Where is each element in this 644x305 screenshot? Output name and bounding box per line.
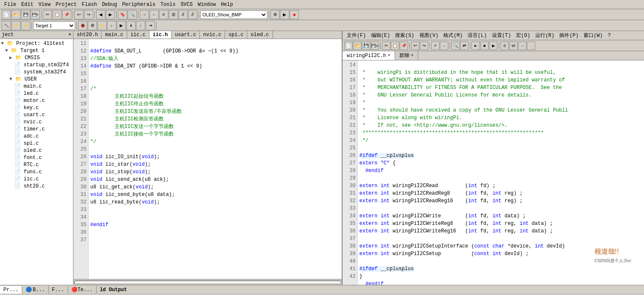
copy-btn[interactable]: 📋: [52, 10, 62, 19]
tab-spic[interactable]: spi.c: [225, 31, 247, 39]
tree-item-user[interactable]: ▼ 📁 USER: [0, 76, 73, 83]
save-all-btn[interactable]: 💾+: [31, 10, 40, 19]
redo-btn[interactable]: ↪: [84, 10, 93, 19]
stop-btn[interactable]: ■: [290, 10, 299, 19]
right-tab-chat[interactable]: 群聊 ×: [395, 51, 418, 60]
tree-item-project[interactable]: ▼ 📁 Project: 411test: [0, 40, 73, 47]
rmenu-help[interactable]: ?: [605, 32, 613, 39]
menu-file[interactable]: File: [2, 1, 19, 8]
open-btn[interactable]: 📂: [11, 10, 21, 19]
t2-step-btn[interactable]: ↡: [126, 21, 136, 30]
tab-usartc[interactable]: usart.c: [172, 31, 200, 39]
tree-item-usartc[interactable]: 📄 usart.c: [0, 111, 73, 118]
right-tab-chat-close[interactable]: ×: [411, 53, 414, 58]
tree-item-startup[interactable]: 📄 startup_stm32f4: [0, 61, 73, 68]
left-scrollbar[interactable]: [73, 279, 342, 285]
rt-macro2[interactable]: ■: [480, 42, 489, 50]
menu-help[interactable]: Help: [218, 1, 236, 8]
tree-item-adcc[interactable]: 📄 adc.c: [0, 133, 73, 140]
rmenu-file[interactable]: 文件(F): [344, 31, 369, 40]
rt-cut[interactable]: ✂: [382, 42, 390, 50]
tab-iich[interactable]: iic.h: [149, 31, 172, 39]
forward-btn[interactable]: ▶: [106, 10, 115, 19]
rt-indent[interactable]: →: [518, 42, 526, 50]
file-dropdown[interactable]: OLED_Show_BMP: [200, 10, 267, 19]
menu-edit[interactable]: Edit: [19, 1, 36, 8]
rt-copy[interactable]: 📋: [391, 42, 399, 50]
tree-item-ledc[interactable]: 📄 led.c: [0, 90, 73, 97]
menu-view[interactable]: View: [36, 1, 53, 8]
rt-undo[interactable]: ↩: [411, 42, 419, 50]
rt-macro3[interactable]: ▶: [489, 42, 497, 50]
indent-btn[interactable]: →: [140, 10, 149, 19]
tree-item-sht20c[interactable]: 📄 sht20.c: [0, 182, 73, 190]
rmenu-window[interactable]: 窗口(W): [581, 31, 605, 40]
save-btn[interactable]: 💾: [21, 10, 30, 19]
right-tab-wiringpi[interactable]: wiringPiI2C.h ×: [343, 51, 395, 60]
tree-item-target[interactable]: ▼ 📁 Target 1: [0, 47, 73, 54]
tree-item-funsc[interactable]: 📄 funs.c: [0, 168, 73, 175]
rt-paste[interactable]: 📌: [400, 42, 408, 50]
rmenu-run[interactable]: 运行(R): [533, 31, 557, 40]
tree-item-system[interactable]: 📄 system_stm32f4: [0, 68, 73, 76]
outdent-btn[interactable]: ←: [149, 10, 159, 19]
tree-item-iicc[interactable]: 📄 iic.c: [0, 175, 73, 182]
align-btn[interactable]: ≡: [159, 10, 168, 19]
t2-btn1[interactable]: 🔨: [2, 21, 11, 30]
right-code-content[interactable]: * wiringPi is distributed in the hope th…: [358, 60, 644, 285]
rt-btn1[interactable]: 📄: [344, 42, 353, 50]
t2-opt-btn[interactable]: ⚙: [88, 21, 97, 30]
rt-whitespace[interactable]: ·: [527, 42, 535, 50]
uncomment-btn[interactable]: //: [188, 10, 197, 19]
menu-debug[interactable]: Debug: [99, 1, 120, 8]
rmenu-edit[interactable]: 编辑(E): [369, 31, 393, 40]
tree-item-spic[interactable]: 📄 spi.c: [0, 140, 73, 147]
rt-replace[interactable]: ⇄: [460, 42, 469, 50]
menu-peripherals[interactable]: Peripherals: [120, 1, 158, 8]
menu-flash[interactable]: Flash: [79, 1, 99, 8]
new-btn[interactable]: 📄: [2, 10, 11, 19]
t2-step3-btn[interactable]: ⇥: [146, 21, 155, 30]
tree-item-fontc[interactable]: 📄 font.c: [0, 154, 73, 161]
paste-btn[interactable]: 📌: [62, 10, 71, 19]
rt-syntax[interactable]: S: [500, 42, 509, 50]
bottom-tab-b[interactable]: 🔵B...: [22, 286, 49, 294]
t2-btn3[interactable]: ⚡: [21, 21, 30, 30]
t2-step2-btn[interactable]: ↓: [136, 21, 145, 30]
t2-run2-btn[interactable]: ▶: [117, 21, 126, 30]
left-code-content[interactable]: #define SDA_OUT_L (GPIOB->ODR &= ~(1 << …: [89, 39, 342, 279]
tab-oledc[interactable]: oled.c: [247, 31, 272, 39]
tree-item-motorc[interactable]: 📄 motor.c: [0, 97, 73, 104]
tree-item-mainc[interactable]: 📄 main.c: [0, 83, 73, 90]
tree-item-oledc[interactable]: 📄 oled.c: [0, 147, 73, 154]
rt-wordwrap[interactable]: W: [509, 42, 518, 50]
t2-download-btn[interactable]: ↓: [107, 21, 116, 30]
rmenu-plugin[interactable]: 插件(P): [557, 31, 581, 40]
rt-btn4[interactable]: 💾A: [371, 42, 379, 50]
rmenu-settings[interactable]: 设置(T): [490, 31, 514, 40]
menu-tools[interactable]: Tools: [158, 1, 178, 8]
rmenu-macro[interactable]: 宏(O): [513, 31, 533, 40]
rt-redo[interactable]: ↪: [420, 42, 428, 50]
menu-window[interactable]: Window: [195, 1, 218, 8]
run-btn[interactable]: ▶: [280, 10, 289, 19]
rt-search[interactable]: 🔍: [451, 42, 460, 50]
rmenu-search[interactable]: 搜索(S): [393, 31, 417, 40]
rmenu-format[interactable]: 格式(M): [441, 31, 465, 40]
bottom-tab-f[interactable]: F...: [49, 286, 68, 294]
find-btn[interactable]: 🔍: [128, 10, 137, 19]
back-btn[interactable]: ◀: [96, 10, 105, 19]
bottom-tab-pr[interactable]: Pr...: [0, 286, 22, 294]
rt-btn2[interactable]: 📂: [353, 42, 361, 50]
align2-btn[interactable]: ☰: [169, 10, 178, 19]
rt-zoom-out[interactable]: -: [440, 42, 448, 50]
bookmark-btn[interactable]: 🔖: [118, 10, 127, 19]
tab-iicc[interactable]: iic.c: [127, 31, 149, 39]
tab-mainc[interactable]: main.c: [102, 31, 127, 39]
tree-item-nvicc[interactable]: 📄 nvic.c: [0, 118, 73, 125]
tree-item-cmsis[interactable]: ▶ 📁 CMSIS: [0, 54, 73, 61]
t2-dbg-btn[interactable]: 🐞: [78, 21, 87, 30]
right-tab-wiringpi-close[interactable]: ×: [388, 53, 390, 58]
undo-btn[interactable]: ↩: [74, 10, 84, 19]
rt-macro1[interactable]: ►: [471, 42, 480, 50]
